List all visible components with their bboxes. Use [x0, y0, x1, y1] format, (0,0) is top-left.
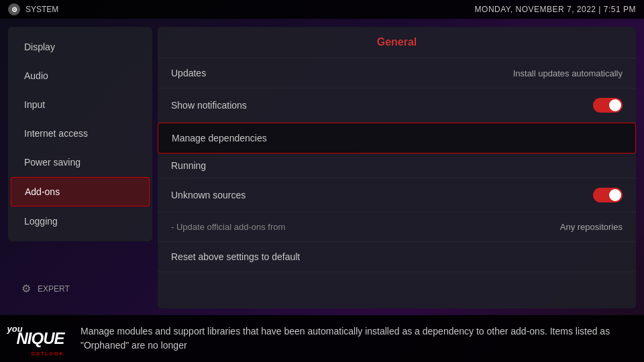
- sidebar-item-input[interactable]: Input: [11, 90, 150, 119]
- panel-row-reset-settings[interactable]: Reset above settings to default: [158, 242, 636, 272]
- update-official-label: - Update official add-ons from: [171, 222, 285, 232]
- logo-area: you NIQUE OUTLOOK: [10, 320, 70, 357]
- sidebar-item-addons[interactable]: Add-ons: [11, 177, 150, 206]
- panel-header: General: [158, 27, 636, 58]
- panel-row-update-official[interactable]: - Update official add-ons from Any repos…: [158, 213, 636, 242]
- topbar: ⚙ SYSTEM MONDAY, NOVEMBER 7, 2022 | 7:51…: [0, 0, 644, 19]
- expert-label: EXPERT: [38, 284, 70, 294]
- updates-label: Updates: [171, 68, 206, 78]
- running-label: Running: [171, 160, 206, 171]
- sidebar-item-internet-access[interactable]: Internet access: [11, 119, 150, 147]
- panel-row-running: Running: [158, 154, 636, 178]
- main-content: Display Audio Input Internet access Powe…: [0, 20, 644, 315]
- logo-prefix: you: [7, 324, 22, 334]
- manage-dependencies-label: Manage dependencies: [172, 133, 267, 143]
- panel-row-show-notifications[interactable]: Show notifications: [158, 88, 636, 123]
- panel-row-unknown-sources[interactable]: Unknown sources: [158, 178, 636, 213]
- sidebar-item-display[interactable]: Display: [11, 33, 150, 61]
- right-panel: General Updates Install updates automati…: [158, 27, 636, 308]
- update-official-value: Any repositories: [560, 222, 623, 232]
- sidebar-item-power-saving[interactable]: Power saving: [11, 148, 150, 176]
- show-notifications-toggle[interactable]: [593, 98, 623, 113]
- toggle-knob: [609, 99, 621, 111]
- reset-settings-label: Reset above settings to default: [171, 251, 300, 262]
- topbar-left: ⚙ SYSTEM: [8, 3, 58, 15]
- unknown-sources-toggle[interactable]: [593, 188, 623, 202]
- datetime: MONDAY, NOVEMBER 7, 2022 | 7:51 PM: [475, 5, 636, 14]
- system-label: SYSTEM: [25, 5, 58, 14]
- updates-value: Install updates automatically: [513, 68, 623, 78]
- bottom-bar: you NIQUE OUTLOOK Manage modules and sup…: [0, 315, 644, 362]
- sidebar: Display Audio Input Internet access Powe…: [8, 27, 152, 241]
- system-icon: ⚙: [8, 3, 20, 15]
- toggle-knob-2: [609, 189, 621, 201]
- expert-settings-icon: ⚙: [21, 282, 31, 295]
- sidebar-item-audio[interactable]: Audio: [11, 62, 150, 90]
- logo-sub: OUTLOOK: [32, 351, 64, 356]
- show-notifications-label: Show notifications: [171, 100, 247, 111]
- sidebar-bottom: ⚙ EXPERT: [8, 276, 152, 302]
- panel-row-updates[interactable]: Updates Install updates automatically: [158, 58, 636, 88]
- panel-row-manage-dependencies[interactable]: Manage dependencies: [158, 123, 636, 154]
- unknown-sources-label: Unknown sources: [171, 190, 246, 200]
- sidebar-item-logging[interactable]: Logging: [11, 207, 150, 235]
- bottom-description: Manage modules and support libraries tha…: [80, 324, 634, 353]
- sidebar-wrapper: Display Audio Input Internet access Powe…: [8, 27, 152, 308]
- logo-main: NIQUE: [16, 329, 64, 348]
